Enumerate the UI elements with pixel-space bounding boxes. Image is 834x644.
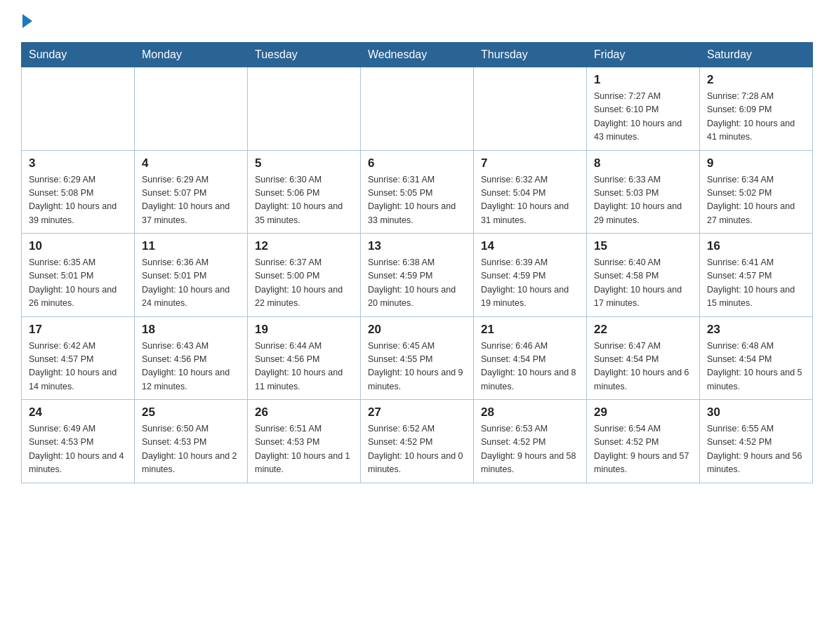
logo — [21, 14, 32, 28]
calendar-cell: 11Sunrise: 6:36 AM Sunset: 5:01 PM Dayli… — [135, 234, 248, 317]
day-number: 22 — [594, 323, 692, 337]
calendar-cell: 2Sunrise: 7:28 AM Sunset: 6:09 PM Daylig… — [700, 67, 813, 151]
day-number: 6 — [368, 156, 466, 170]
day-info: Sunrise: 6:47 AM Sunset: 4:54 PM Dayligh… — [594, 340, 692, 394]
calendar-cell: 29Sunrise: 6:54 AM Sunset: 4:52 PM Dayli… — [587, 400, 700, 483]
calendar-cell: 6Sunrise: 6:31 AM Sunset: 5:05 PM Daylig… — [361, 150, 474, 234]
logo-arrow-icon — [22, 14, 32, 28]
day-number: 21 — [481, 323, 579, 337]
week-row-4: 17Sunrise: 6:42 AM Sunset: 4:57 PM Dayli… — [22, 316, 813, 400]
day-number: 16 — [707, 239, 805, 253]
calendar-cell: 16Sunrise: 6:41 AM Sunset: 4:57 PM Dayli… — [700, 234, 813, 317]
day-number: 12 — [255, 239, 353, 253]
day-info: Sunrise: 6:33 AM Sunset: 5:03 PM Dayligh… — [594, 173, 692, 228]
calendar-cell: 14Sunrise: 6:39 AM Sunset: 4:59 PM Dayli… — [474, 234, 587, 317]
week-row-2: 3Sunrise: 6:29 AM Sunset: 5:08 PM Daylig… — [22, 150, 813, 234]
logo-text — [21, 14, 32, 32]
day-number: 1 — [594, 73, 692, 87]
calendar-cell — [248, 67, 361, 151]
calendar-cell: 8Sunrise: 6:33 AM Sunset: 5:03 PM Daylig… — [587, 150, 700, 234]
calendar-cell: 3Sunrise: 6:29 AM Sunset: 5:08 PM Daylig… — [22, 150, 135, 234]
weekday-header-sunday: Sunday — [22, 43, 135, 67]
day-info: Sunrise: 6:38 AM Sunset: 4:59 PM Dayligh… — [368, 256, 466, 311]
day-info: Sunrise: 6:32 AM Sunset: 5:04 PM Dayligh… — [481, 173, 579, 228]
day-info: Sunrise: 6:34 AM Sunset: 5:02 PM Dayligh… — [707, 173, 805, 228]
day-info: Sunrise: 6:48 AM Sunset: 4:54 PM Dayligh… — [707, 340, 805, 394]
weekday-header-row: SundayMondayTuesdayWednesdayThursdayFrid… — [22, 43, 813, 67]
week-row-3: 10Sunrise: 6:35 AM Sunset: 5:01 PM Dayli… — [22, 234, 813, 317]
day-number: 26 — [255, 405, 353, 420]
calendar-cell: 27Sunrise: 6:52 AM Sunset: 4:52 PM Dayli… — [361, 400, 474, 483]
calendar-cell: 19Sunrise: 6:44 AM Sunset: 4:56 PM Dayli… — [248, 316, 361, 400]
day-info: Sunrise: 6:29 AM Sunset: 5:08 PM Dayligh… — [29, 173, 127, 228]
calendar-cell: 5Sunrise: 6:30 AM Sunset: 5:06 PM Daylig… — [248, 150, 361, 234]
calendar-cell: 12Sunrise: 6:37 AM Sunset: 5:00 PM Dayli… — [248, 234, 361, 317]
day-number: 11 — [142, 239, 240, 253]
day-number: 24 — [29, 405, 127, 420]
calendar-cell: 25Sunrise: 6:50 AM Sunset: 4:53 PM Dayli… — [135, 400, 248, 483]
day-info: Sunrise: 6:35 AM Sunset: 5:01 PM Dayligh… — [29, 256, 127, 311]
day-number: 29 — [594, 405, 692, 420]
calendar-cell: 13Sunrise: 6:38 AM Sunset: 4:59 PM Dayli… — [361, 234, 474, 317]
day-number: 20 — [368, 323, 466, 337]
day-number: 9 — [707, 156, 805, 170]
day-info: Sunrise: 6:29 AM Sunset: 5:07 PM Dayligh… — [142, 173, 240, 228]
day-number: 17 — [29, 323, 127, 337]
day-info: Sunrise: 6:55 AM Sunset: 4:52 PM Dayligh… — [707, 422, 805, 477]
day-info: Sunrise: 6:44 AM Sunset: 4:56 PM Dayligh… — [255, 340, 353, 394]
day-number: 7 — [481, 156, 579, 170]
calendar-cell: 23Sunrise: 6:48 AM Sunset: 4:54 PM Dayli… — [700, 316, 813, 400]
weekday-header-monday: Monday — [135, 43, 248, 67]
day-info: Sunrise: 7:27 AM Sunset: 6:10 PM Dayligh… — [594, 90, 692, 145]
week-row-1: 1Sunrise: 7:27 AM Sunset: 6:10 PM Daylig… — [22, 67, 813, 151]
day-info: Sunrise: 6:45 AM Sunset: 4:55 PM Dayligh… — [368, 340, 466, 394]
day-number: 15 — [594, 239, 692, 253]
day-number: 5 — [255, 156, 353, 170]
day-number: 23 — [707, 323, 805, 337]
calendar-cell: 4Sunrise: 6:29 AM Sunset: 5:07 PM Daylig… — [135, 150, 248, 234]
weekday-header-saturday: Saturday — [700, 43, 813, 67]
calendar-cell — [474, 67, 587, 151]
page-header — [21, 14, 813, 28]
weekday-header-thursday: Thursday — [474, 43, 587, 67]
day-info: Sunrise: 6:51 AM Sunset: 4:53 PM Dayligh… — [255, 422, 353, 477]
day-info: Sunrise: 6:46 AM Sunset: 4:54 PM Dayligh… — [481, 340, 579, 394]
day-info: Sunrise: 6:31 AM Sunset: 5:05 PM Dayligh… — [368, 173, 466, 228]
day-info: Sunrise: 6:52 AM Sunset: 4:52 PM Dayligh… — [368, 422, 466, 477]
day-info: Sunrise: 6:42 AM Sunset: 4:57 PM Dayligh… — [29, 340, 127, 394]
day-number: 10 — [29, 239, 127, 253]
day-info: Sunrise: 6:43 AM Sunset: 4:56 PM Dayligh… — [142, 340, 240, 394]
calendar-table: SundayMondayTuesdayWednesdayThursdayFrid… — [21, 42, 813, 483]
calendar-cell: 10Sunrise: 6:35 AM Sunset: 5:01 PM Dayli… — [22, 234, 135, 317]
day-number: 19 — [255, 323, 353, 337]
day-info: Sunrise: 6:30 AM Sunset: 5:06 PM Dayligh… — [255, 173, 353, 228]
calendar-cell: 26Sunrise: 6:51 AM Sunset: 4:53 PM Dayli… — [248, 400, 361, 483]
week-row-5: 24Sunrise: 6:49 AM Sunset: 4:53 PM Dayli… — [22, 400, 813, 483]
day-number: 30 — [707, 405, 805, 420]
day-info: Sunrise: 6:49 AM Sunset: 4:53 PM Dayligh… — [29, 422, 127, 477]
day-number: 4 — [142, 156, 240, 170]
calendar-cell: 30Sunrise: 6:55 AM Sunset: 4:52 PM Dayli… — [700, 400, 813, 483]
calendar-cell: 1Sunrise: 7:27 AM Sunset: 6:10 PM Daylig… — [587, 67, 700, 151]
day-number: 28 — [481, 405, 579, 420]
calendar-cell: 7Sunrise: 6:32 AM Sunset: 5:04 PM Daylig… — [474, 150, 587, 234]
day-number: 8 — [594, 156, 692, 170]
day-info: Sunrise: 6:53 AM Sunset: 4:52 PM Dayligh… — [481, 422, 579, 477]
calendar-cell: 28Sunrise: 6:53 AM Sunset: 4:52 PM Dayli… — [474, 400, 587, 483]
day-number: 18 — [142, 323, 240, 337]
calendar-cell — [22, 67, 135, 151]
day-info: Sunrise: 6:39 AM Sunset: 4:59 PM Dayligh… — [481, 256, 579, 311]
day-info: Sunrise: 6:37 AM Sunset: 5:00 PM Dayligh… — [255, 256, 353, 311]
weekday-header-wednesday: Wednesday — [361, 43, 474, 67]
calendar-cell: 24Sunrise: 6:49 AM Sunset: 4:53 PM Dayli… — [22, 400, 135, 483]
weekday-header-friday: Friday — [587, 43, 700, 67]
day-info: Sunrise: 6:41 AM Sunset: 4:57 PM Dayligh… — [707, 256, 805, 311]
day-number: 13 — [368, 239, 466, 253]
day-number: 27 — [368, 405, 466, 420]
day-number: 2 — [707, 73, 805, 87]
calendar-cell: 20Sunrise: 6:45 AM Sunset: 4:55 PM Dayli… — [361, 316, 474, 400]
calendar-cell: 9Sunrise: 6:34 AM Sunset: 5:02 PM Daylig… — [700, 150, 813, 234]
calendar-cell: 22Sunrise: 6:47 AM Sunset: 4:54 PM Dayli… — [587, 316, 700, 400]
calendar-cell — [361, 67, 474, 151]
weekday-header-tuesday: Tuesday — [248, 43, 361, 67]
